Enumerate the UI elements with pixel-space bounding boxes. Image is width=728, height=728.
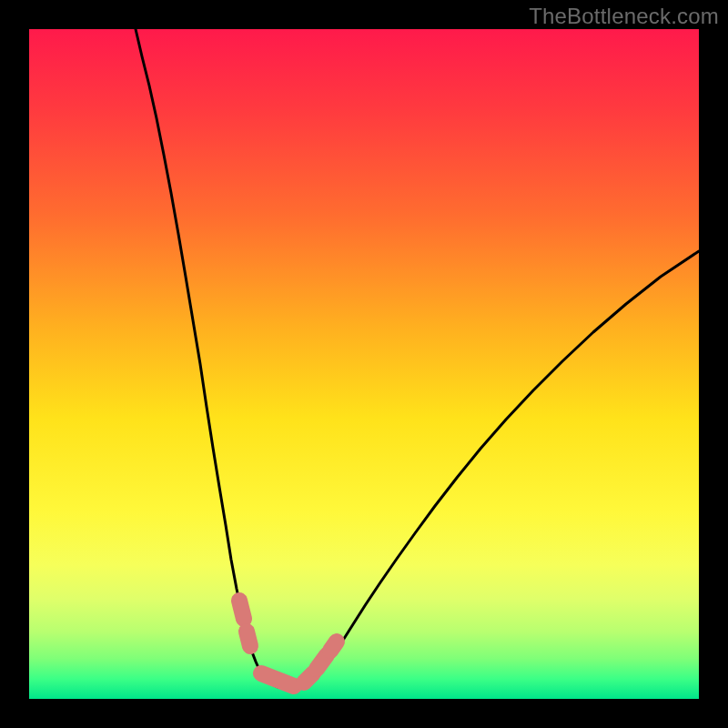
series-left-curve (136, 29, 288, 689)
series-highlight-dots (261, 673, 294, 686)
series-highlight-dots (239, 601, 244, 619)
series-highlight-dots (330, 642, 337, 651)
chart-frame: TheBottleneck.com (0, 0, 728, 728)
chart-svg (29, 29, 699, 699)
chart-plot-area (29, 29, 699, 699)
series-highlight-dots (317, 655, 327, 669)
watermark-text: TheBottleneck.com (529, 4, 719, 29)
series-right-curve (288, 251, 699, 689)
series-highlight-dots (247, 632, 250, 646)
